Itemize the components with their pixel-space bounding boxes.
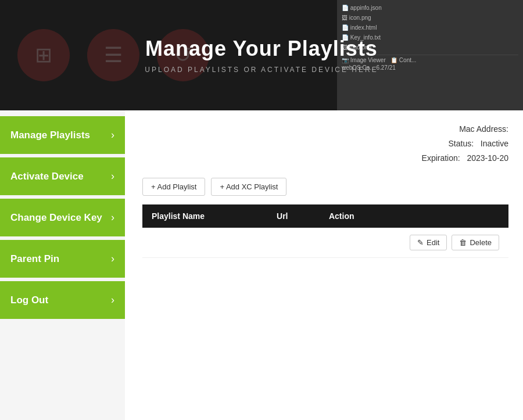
- sidebar-item-parent-pin[interactable]: Parent Pin ›: [0, 240, 125, 278]
- action-buttons-row: + Add Playlist + Add XC Playlist: [142, 178, 508, 196]
- add-playlist-button[interactable]: + Add Playlist: [142, 178, 205, 196]
- col-playlist-name: Playlist Name: [142, 204, 267, 228]
- status-line: Status: Inactive: [142, 137, 508, 151]
- status-value: Inactive: [481, 139, 508, 148]
- col-action: Action: [320, 204, 508, 228]
- page-title: Manage Your Playlists: [145, 37, 378, 61]
- sidebar-item-log-out[interactable]: Log Out ›: [0, 281, 125, 319]
- cell-playlist-name: [142, 228, 267, 258]
- header-icon-2: ☰: [87, 29, 139, 81]
- col-url: Url: [267, 204, 320, 228]
- chevron-right-icon: ›: [111, 170, 114, 182]
- content-area: Mac Address: Status: Inactive Expiration…: [125, 110, 523, 420]
- expiration-value: 2023-10-20: [467, 153, 508, 163]
- table-row: ✎ Edit 🗑 Delete: [142, 228, 508, 258]
- chevron-right-icon: ›: [111, 294, 114, 306]
- device-info: Mac Address: Status: Inactive Expiration…: [142, 122, 508, 166]
- playlist-table: Playlist Name Url Action ✎ Edit: [142, 204, 508, 258]
- chevron-right-icon: ›: [111, 211, 114, 224]
- sidebar-label-change-device-key: Change Device Key: [10, 212, 102, 224]
- delete-button[interactable]: 🗑 Delete: [452, 235, 499, 250]
- cell-action: ✎ Edit 🗑 Delete: [320, 228, 508, 258]
- expiration-line: Expiration: 2023-10-20: [142, 151, 508, 166]
- status-label: Status:: [448, 139, 474, 148]
- header-icon-1: ⊞: [17, 29, 70, 81]
- sidebar-item-change-device-key[interactable]: Change Device Key ›: [0, 199, 125, 236]
- mac-address-line: Mac Address:: [142, 122, 508, 137]
- sidebar-item-manage-playlists[interactable]: Manage Playlists ›: [0, 116, 125, 154]
- delete-label: Delete: [470, 238, 492, 247]
- mac-address-label: Mac Address:: [459, 124, 508, 134]
- edit-icon: ✎: [417, 238, 424, 247]
- trash-icon: 🗑: [459, 238, 467, 247]
- header: ⊞ ☰ ↺ 📄 appinfo.json 🖼 icon.png 📄 index.…: [0, 0, 523, 110]
- sidebar-label-parent-pin: Parent Pin: [10, 253, 59, 265]
- sidebar-label-activate-device: Activate Device: [10, 171, 84, 182]
- sidebar-item-activate-device[interactable]: Activate Device ›: [0, 157, 125, 195]
- page-subtitle: UPLOAD PLAYLISTS OR ACTIVATE DEVICE HERE: [145, 66, 378, 74]
- sidebar-label-manage-playlists: Manage Playlists: [10, 130, 90, 141]
- edit-button[interactable]: ✎ Edit: [410, 235, 447, 250]
- table-header-row: Playlist Name Url Action: [142, 204, 508, 228]
- sidebar: Manage Playlists › Activate Device › Cha…: [0, 110, 125, 420]
- edit-label: Edit: [427, 238, 439, 247]
- cell-url: [267, 228, 320, 258]
- expiration-label: Expiration:: [422, 153, 460, 163]
- add-xc-playlist-button[interactable]: + Add XC Playlist: [211, 178, 286, 196]
- sidebar-label-log-out: Log Out: [10, 295, 48, 306]
- header-content: Manage Your Playlists UPLOAD PLAYLISTS O…: [145, 37, 378, 74]
- chevron-right-icon: ›: [111, 129, 114, 141]
- action-cell: ✎ Edit 🗑 Delete: [329, 235, 499, 250]
- chevron-right-icon: ›: [111, 253, 114, 265]
- main-layout: Manage Playlists › Activate Device › Cha…: [0, 110, 523, 420]
